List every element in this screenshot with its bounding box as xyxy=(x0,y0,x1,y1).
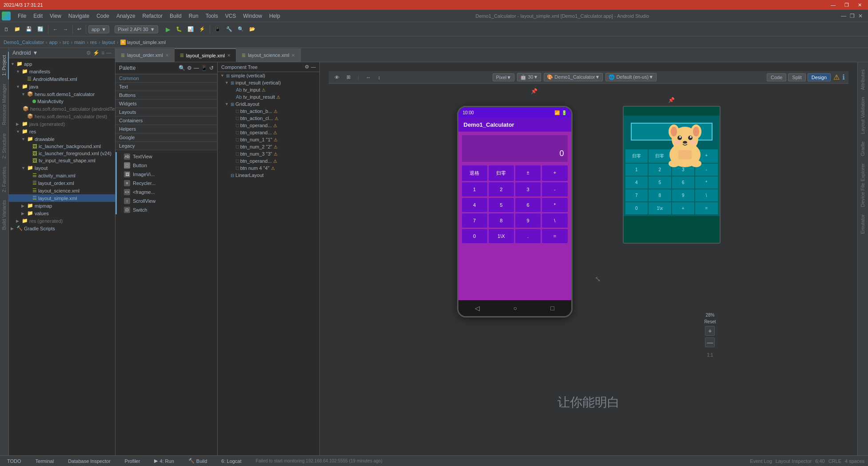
tab-layout-science[interactable]: ☰ layout_science.xml ✕ xyxy=(236,48,301,62)
minimize-btn[interactable]: — xyxy=(828,2,838,8)
tree-item-androidmanifest[interactable]: ☰ AndroidManifest.xml xyxy=(9,75,115,83)
tree-item-ic-launcher-bg[interactable]: 🖼 ic_launcher_background.xml xyxy=(9,143,115,150)
palette-item-switch[interactable]: ⊡ Switch xyxy=(117,205,217,214)
right-tab-gradle[interactable]: Gradle xyxy=(859,138,868,160)
menu-refactor[interactable]: Refactor xyxy=(139,11,166,21)
tree-item-gradle[interactable]: ▶ 🔨 Gradle Scripts xyxy=(9,225,115,232)
config-icon[interactable]: ⚡ xyxy=(93,50,100,56)
tree-item-res-generated[interactable]: ▶ 📁 res (generated) xyxy=(9,217,115,225)
toolbar-back[interactable]: ← xyxy=(51,25,60,33)
tree-item-ic-launcher-fg[interactable]: 🖼 ic_launcher_foreground.xml (v24) xyxy=(9,150,115,157)
btn-9[interactable]: 9 xyxy=(515,213,541,228)
coverage-btn[interactable]: 📊 xyxy=(185,25,196,33)
nav-back[interactable]: ◁ xyxy=(475,305,480,312)
palette-cat-google[interactable]: Google xyxy=(115,133,217,142)
tree-item-activity-main[interactable]: ☰ activity_main.xml xyxy=(9,172,115,179)
tab-close-simple[interactable]: ✕ xyxy=(227,53,231,58)
btn-0[interactable]: 0 xyxy=(462,229,487,243)
run-btn[interactable]: ▶ xyxy=(163,24,173,34)
tree-item-app[interactable]: ▼ 📁 app xyxy=(9,60,115,68)
bc-src[interactable]: src xyxy=(63,40,69,45)
comp-item-btn-operand3[interactable]: □ btn_operand... ⚠ xyxy=(218,157,319,165)
tree-item-layout-simple[interactable]: ☰ layout_simple.xml xyxy=(9,194,115,202)
tree-item-layout-order[interactable]: ☰ layout_order.xml xyxy=(9,179,115,187)
palette-search-icon[interactable]: 🔍 xyxy=(179,65,185,71)
status-terminal[interactable]: Terminal xyxy=(32,456,58,466)
tree-item-mipmap[interactable]: ▶ 📁 mipmap xyxy=(9,202,115,209)
status-event-log[interactable]: Event Log xyxy=(750,458,772,464)
status-layout-inspector[interactable]: Layout Inspector xyxy=(776,458,812,464)
btn-8[interactable]: 8 xyxy=(489,213,514,228)
sidebar-tab-favorites[interactable]: 2: Favorites xyxy=(0,163,9,196)
debug-btn[interactable]: 🐛 xyxy=(174,25,184,33)
sci-btn-14[interactable]: 8 xyxy=(649,189,671,201)
btn-1[interactable]: 1 xyxy=(462,182,487,197)
right-tab-attributes[interactable]: Attributes xyxy=(859,66,868,93)
palette-cat-helpers[interactable]: Helpers xyxy=(115,125,217,133)
tree-item-java[interactable]: ▼ 📁 java xyxy=(9,83,115,90)
right-tab-layout-validation[interactable]: Layout Validation xyxy=(859,93,868,138)
gear-icon[interactable]: ≡ xyxy=(101,50,104,56)
menu-edit[interactable]: Edit xyxy=(30,11,46,21)
bc-app[interactable]: app xyxy=(49,40,57,45)
api-selector[interactable]: 🤖 30▼ xyxy=(517,73,541,81)
menu-tools[interactable]: Tools xyxy=(202,11,222,21)
btn-7[interactable]: 7 xyxy=(462,213,487,228)
btn-minus[interactable]: - xyxy=(542,182,567,197)
project-dropdown-icon[interactable]: ▼ xyxy=(32,50,38,56)
comp-item-btn-action-b[interactable]: □ btn_action_b... ⚠ xyxy=(218,108,319,115)
comp-tree-minus-icon[interactable]: — xyxy=(311,64,316,70)
tree-item-package-main[interactable]: ▼ 📦 henu.soft.demo1_calculator xyxy=(9,90,115,98)
sdk-btn[interactable]: 🔧 xyxy=(224,25,235,33)
bc-res[interactable]: res xyxy=(90,40,97,45)
sync-icon[interactable]: ⚙ xyxy=(86,50,91,56)
comp-item-btn-num3[interactable]: □ btn_num_3 "3" ⚠ xyxy=(218,150,319,157)
right-tab-emulator[interactable]: Emulator xyxy=(859,211,868,237)
preview-grid-btn[interactable]: ⊞ xyxy=(344,73,353,81)
status-spaces[interactable]: 4 spaces xyxy=(845,458,864,464)
sci-btn-13[interactable]: 7 xyxy=(625,189,648,201)
comp-item-tv-input-result[interactable]: Ab tv_input_result ⚠ xyxy=(218,93,319,100)
status-todo[interactable]: TODO xyxy=(4,456,25,466)
tab-close-order[interactable]: ✕ xyxy=(165,53,169,58)
sidebar-tab-build-variants[interactable]: Build Variants xyxy=(0,197,9,233)
zoom-out-btn[interactable]: — xyxy=(705,337,715,347)
preview-divider-btn[interactable]: | xyxy=(355,74,361,81)
win-restore[interactable]: ❐ xyxy=(850,13,855,19)
sci-btn-10[interactable]: 5 xyxy=(649,177,671,189)
tree-item-mainactivity[interactable]: MainActivity xyxy=(9,98,115,105)
tab-layout-simple[interactable]: ☰ layout_simple.xml ✕ xyxy=(175,48,236,62)
palette-cat-legacy[interactable]: Legacy xyxy=(115,142,217,150)
btn-5[interactable]: 5 xyxy=(489,198,514,212)
device-file-btn[interactable]: 📂 xyxy=(247,25,258,33)
palette-cat-common[interactable]: Common xyxy=(115,74,217,83)
tree-item-values[interactable]: ▶ 📁 values xyxy=(9,209,115,217)
status-build[interactable]: 🔨 Build xyxy=(185,456,211,466)
toolbar-save[interactable]: 💾 xyxy=(24,25,34,33)
sci-btn-12[interactable]: * xyxy=(695,177,718,189)
palette-minus-icon[interactable]: — xyxy=(194,65,199,71)
restore-btn[interactable]: ❐ xyxy=(842,2,852,8)
comp-item-tv-input[interactable]: Ab tv_input ⚠ xyxy=(218,86,319,93)
comp-item-btn-operand2[interactable]: □ btn_operand... ⚠ xyxy=(218,129,319,136)
profile-btn[interactable]: ⚡ xyxy=(197,25,207,33)
nav-home[interactable]: ○ xyxy=(514,305,517,312)
comp-item-simple[interactable]: ▼ ⊞ simple (vertical) xyxy=(218,72,319,79)
tab-layout-order[interactable]: ☰ layout_order.xml ✕ xyxy=(115,48,175,62)
close-btn[interactable]: ✕ xyxy=(855,2,864,8)
bc-layout[interactable]: layout xyxy=(102,40,115,45)
preview-refresh-btn[interactable]: 👁 xyxy=(332,74,342,81)
sci-btn-1[interactable]: 归零 xyxy=(625,149,648,163)
split-mode-btn[interactable]: Split xyxy=(788,73,805,81)
bc-project[interactable]: Demo1_Calculator xyxy=(4,40,44,45)
sci-btn-19[interactable]: + xyxy=(672,202,695,214)
tree-item-tv-input-result[interactable]: 🖼 tv_input_result_shape.xml xyxy=(9,157,115,164)
tree-item-res[interactable]: ▼ 📁 res xyxy=(9,128,115,135)
sidebar-tab-resource[interactable]: Resource Manager xyxy=(0,80,9,129)
minimize-panel-icon[interactable]: — xyxy=(106,50,111,56)
palette-item-button[interactable]: □ Button xyxy=(117,161,217,170)
tree-item-package-test[interactable]: 📦 henu.soft.demo1_calculator (androidTes… xyxy=(9,105,115,112)
sci-btn-15[interactable]: 9 xyxy=(672,189,695,201)
btn-divide[interactable]: \ xyxy=(542,213,567,228)
win-close[interactable]: ✕ xyxy=(858,13,863,19)
